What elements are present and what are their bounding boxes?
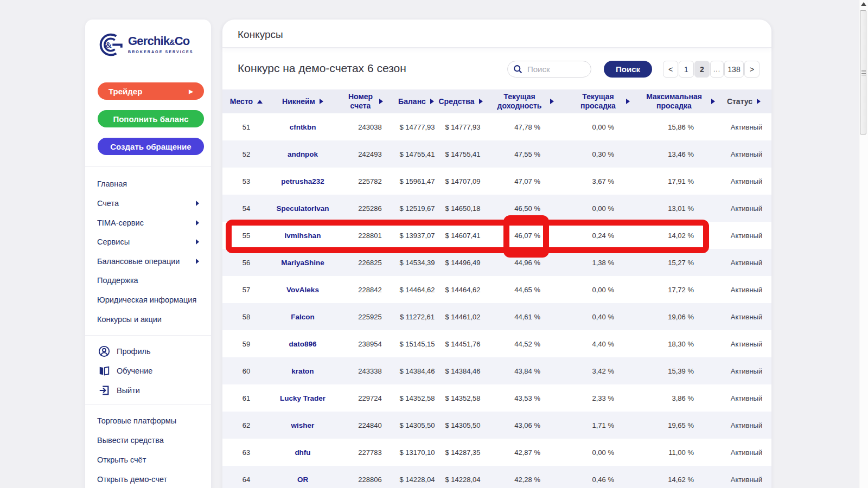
table-cell: 0,00 % (564, 204, 640, 213)
pagination-page-2-active[interactable]: 2 (694, 61, 710, 78)
sidebar-item-profile[interactable]: Профиль (98, 345, 151, 357)
page-title: Конкурсы (238, 29, 283, 41)
table-cell: 44,52 % (483, 340, 564, 348)
table-cell: 19,65 % (640, 421, 716, 429)
sidebar-item-home[interactable]: Главная (97, 178, 199, 189)
table-cell: 17,91 % (640, 177, 716, 185)
nickname-link[interactable]: dato896 (270, 340, 335, 348)
divider (85, 335, 211, 336)
table-cell: 1,38 % (564, 259, 640, 267)
nickname-link[interactable]: OR (270, 476, 335, 484)
table-row-54: 54SpeculatorIvan225286$ 12519,67$ 14650,… (222, 195, 771, 222)
sort-icon (550, 99, 554, 104)
table-cell: $ 14384,46 (438, 367, 483, 375)
sort-icon (379, 99, 383, 104)
table-cell: 229724 (335, 394, 394, 402)
table-cell: $ 14228,04 (394, 476, 438, 484)
pagination-next[interactable]: > (744, 61, 760, 78)
nickname-link[interactable]: kraton (270, 367, 335, 375)
scrollbar-up-arrow-icon[interactable] (861, 2, 866, 6)
table-cell: 0,00 % (564, 448, 640, 457)
sidebar-item-services[interactable]: Сервисы (97, 236, 199, 247)
table-cell: $ 14777,93 (394, 123, 438, 131)
table-cell: 43,84 % (483, 367, 564, 375)
table-cell: 43,06 % (483, 421, 564, 429)
table-cell: $ 14650,18 (438, 204, 483, 213)
table-cell: 3,67 % (564, 177, 640, 185)
nickname-link[interactable]: wisher (270, 421, 335, 429)
nickname-link[interactable]: cfntkbn (270, 123, 335, 131)
table-row-52: 52andnpok242493$ 14755,41$ 14755,4147,55… (222, 140, 771, 168)
table-cell: 53 (222, 177, 270, 185)
table-cell: Активный (716, 394, 771, 402)
table-cell: 228842 (335, 286, 394, 294)
annotation-value-highlight (503, 215, 549, 258)
sidebar-item-open-demo[interactable]: Открыть демо-счет (97, 474, 199, 485)
scrollbar-thumb[interactable] (860, 10, 866, 134)
table-cell: 225286 (335, 204, 394, 213)
column-header[interactable]: Никнейм (270, 97, 335, 106)
sidebar-item-accounts[interactable]: Счета (97, 198, 199, 209)
nickname-link[interactable]: VovAleks (270, 286, 335, 294)
sidebar-item-open-account[interactable]: Открыть счёт (97, 454, 199, 465)
chevron-right-icon (196, 220, 199, 226)
sidebar-item-logout[interactable]: Выйти (98, 384, 140, 396)
table-cell: Активный (716, 367, 771, 375)
table-cell: 56 (222, 259, 270, 267)
pagination-prev[interactable]: < (663, 61, 678, 78)
sidebar-item-tima[interactable]: TIMA-сервис (97, 217, 199, 228)
table-cell: 60 (222, 367, 270, 375)
table-row-53: 53petrusha232225782$ 15961,47$ 14707,094… (222, 168, 771, 195)
column-header[interactable]: Средства (438, 97, 483, 106)
table-cell: Активный (716, 286, 771, 294)
nickname-link[interactable]: Falcon (270, 313, 335, 321)
sidebar: & Gerchik&Co BROKERAGE SERVICES Трейдер▶… (85, 20, 211, 488)
sidebar-item-support[interactable]: Поддержка (97, 275, 199, 286)
table-cell: Активный (716, 448, 771, 457)
table-cell: 54 (222, 204, 270, 213)
table-cell: 42,28 % (483, 476, 564, 484)
table-row-57: 57VovAleks228842$ 14464,62$ 14464,6244,6… (222, 276, 771, 303)
column-header[interactable]: Место (222, 97, 270, 106)
table-cell: 44,96 % (483, 259, 564, 267)
nickname-link[interactable]: petrusha232 (270, 177, 335, 185)
topup-balance-button[interactable]: Пополнить баланс (98, 110, 204, 127)
pagination-page-138[interactable]: 138 (724, 61, 744, 78)
sort-icon (479, 99, 483, 104)
sidebar-item-withdraw[interactable]: Вывести средства (97, 435, 199, 446)
sidebar-item-education[interactable]: Обучение (98, 365, 152, 377)
search-button[interactable]: Поиск (604, 61, 652, 78)
pagination: < 1 2 ... 138 > (662, 61, 760, 78)
column-header[interactable]: Номер счета (335, 92, 394, 111)
nickname-link[interactable]: dhfu (270, 448, 335, 457)
sort-asc-icon (257, 100, 263, 104)
table-row-58: 58Falcon225925$ 11272,61$ 14461,0244,61 … (222, 303, 771, 330)
table-cell: Активный (716, 232, 771, 240)
column-header[interactable]: Статус (716, 97, 771, 106)
table-cell: 47,07 % (483, 177, 564, 185)
search-input[interactable]: Поиск (507, 61, 591, 78)
browser-scrollbar[interactable] (859, 0, 868, 488)
sidebar-item-balance-ops[interactable]: Балансовые операции (97, 256, 199, 267)
nickname-link[interactable]: Lucky Trader (270, 394, 335, 402)
table-cell: $ 14287,35 (438, 448, 483, 457)
table-cell: 62 (222, 421, 270, 429)
nickname-link[interactable]: andnpok (270, 150, 335, 158)
sidebar-item-platforms[interactable]: Торговые платформы (97, 415, 199, 426)
sidebar-item-legal[interactable]: Юридическая информация (97, 294, 199, 305)
trader-button[interactable]: Трейдер▶ (98, 82, 204, 100)
nickname-link[interactable]: SpeculatorIvan (270, 204, 335, 213)
sidebar-item-contests[interactable]: Конкурсы и акции (97, 314, 199, 325)
pagination-page-1[interactable]: 1 (679, 61, 694, 78)
table-row-59: 59dato896238954$ 15145,15$ 14451,7644,52… (222, 330, 771, 357)
column-header[interactable]: Баланс (394, 97, 438, 106)
column-header[interactable]: Текущая просадка (564, 92, 640, 111)
nickname-link[interactable]: MariyaShine (270, 259, 335, 267)
table-cell: $ 14777,93 (438, 123, 483, 131)
create-ticket-button[interactable]: Создать обращение (98, 138, 204, 155)
table-cell: 57 (222, 286, 270, 294)
table-cell: 3,42 % (564, 367, 640, 375)
column-header[interactable]: Максимальная просадка (640, 92, 716, 111)
table-cell: 19,06 % (640, 313, 716, 321)
column-header[interactable]: Текущая доходность (483, 92, 564, 111)
